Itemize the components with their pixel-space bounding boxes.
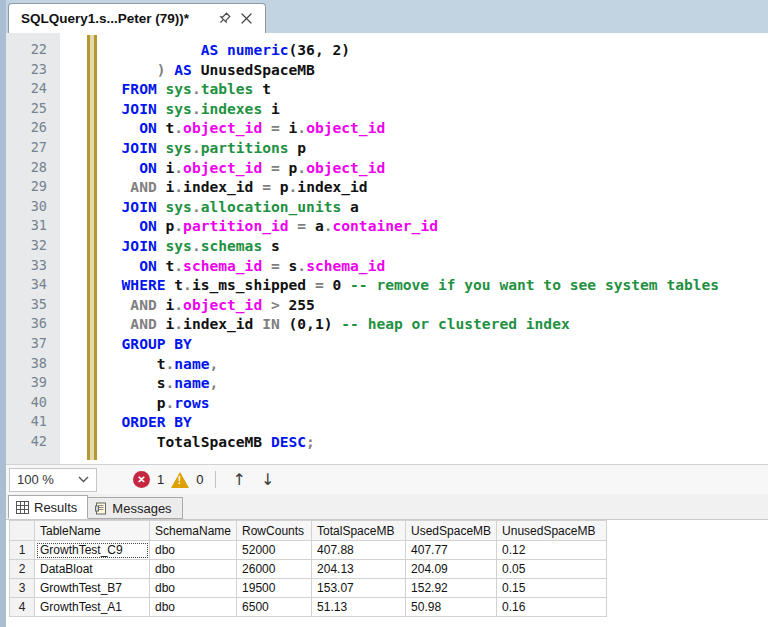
code-line: AND i.index_id = p.index_id <box>6 177 768 197</box>
grid-cell[interactable]: GrowthTest_C9 <box>35 541 150 560</box>
code-lines: AS numeric(36, 2) ) AS UnusedSpaceMB FRO… <box>6 33 768 451</box>
grid-column-header[interactable]: UnusedSpaceMB <box>497 521 607 541</box>
grid-column-header[interactable]: TotalSpaceMB <box>312 521 406 541</box>
editor-tab[interactable]: SQLQuery1.s...Peter (79))* <box>8 3 266 33</box>
results-pane-tabs: Results Messages <box>6 494 768 520</box>
health-indicator: ✕ 1 ! 0 ↑ ↓ <box>133 470 278 489</box>
grid-cell[interactable]: GrowthTest_B7 <box>35 579 150 598</box>
code-line: s.name, <box>6 373 768 393</box>
code-line: TotalSpaceMB DESC; <box>6 432 768 452</box>
table-row: 2DataBloatdbo26000204.13204.090.05 <box>10 560 607 579</box>
pin-icon[interactable] <box>213 8 235 30</box>
warning-glyph: ! <box>178 475 181 486</box>
code-line: t.name, <box>6 354 768 374</box>
grid-cell[interactable]: 407.88 <box>312 541 406 560</box>
previous-issue-button[interactable]: ↑ <box>228 470 249 489</box>
tab-results[interactable]: Results <box>8 495 88 519</box>
error-icon[interactable]: ✕ <box>133 471 150 488</box>
grid-row-header[interactable]: 2 <box>10 560 35 579</box>
code-line: AND i.object_id > 255 <box>6 295 768 315</box>
code-line: ON t.object_id = i.object_id <box>6 118 768 138</box>
code-line: AND i.index_id IN (0,1) -- heap or clust… <box>6 314 768 334</box>
grid-cell[interactable]: 153.07 <box>312 579 406 598</box>
grid-cell[interactable]: 0.16 <box>497 598 607 617</box>
grid-cell[interactable]: 19500 <box>237 579 312 598</box>
grid-cell[interactable]: dbo <box>150 560 237 579</box>
grid-cell[interactable]: GrowthTest_A1 <box>35 598 150 617</box>
tab-results-label: Results <box>34 500 77 515</box>
code-line: JOIN sys.allocation_units a <box>6 197 768 217</box>
code-line: ORDER BY <box>6 412 768 432</box>
grid-column-header[interactable]: SchemaName <box>150 521 237 541</box>
grid-column-header[interactable]: RowCounts <box>237 521 312 541</box>
next-issue-button[interactable]: ↓ <box>257 470 278 489</box>
document-tab-bar: SQLQuery1.s...Peter (79))* <box>6 0 768 33</box>
code-editor[interactable]: 2223242526272829303132333435363738394041… <box>6 33 768 464</box>
code-line: WHERE t.is_ms_shipped = 0 -- remove if y… <box>6 275 768 295</box>
zoom-value: 100 % <box>17 472 78 487</box>
results-grid: TableNameSchemaNameRowCountsTotalSpaceMB… <box>9 520 607 617</box>
grid-cell[interactable]: dbo <box>150 598 237 617</box>
code-line: ) AS UnusedSpaceMB <box>6 60 768 80</box>
grid-cell[interactable]: dbo <box>150 541 237 560</box>
code-line: JOIN sys.indexes i <box>6 99 768 119</box>
separator <box>215 471 216 488</box>
grid-row-header[interactable]: 3 <box>10 579 35 598</box>
tab-messages-label: Messages <box>112 501 171 516</box>
code-line: FROM sys.tables t <box>6 79 768 99</box>
warning-icon[interactable]: ! <box>171 472 189 488</box>
code-line: JOIN sys.partitions p <box>6 138 768 158</box>
code-line: ON p.partition_id = a.container_id <box>6 216 768 236</box>
table-row: 1GrowthTest_C9dbo52000407.88407.770.12 <box>10 541 607 560</box>
error-glyph: ✕ <box>137 474 145 485</box>
grid-cell[interactable]: dbo <box>150 579 237 598</box>
grid-cell[interactable]: 6500 <box>237 598 312 617</box>
warning-count: 0 <box>196 472 203 487</box>
editor-status-bar: 100 % ✕ 1 ! 0 ↑ ↓ <box>6 464 768 494</box>
code-line: ON t.schema_id = s.schema_id <box>6 256 768 276</box>
grid-column-header[interactable]: UsedSpaceMB <box>406 521 497 541</box>
messages-icon <box>95 502 107 515</box>
table-row: 3GrowthTest_B7dbo19500153.07152.920.15 <box>10 579 607 598</box>
grid-cell[interactable]: 152.92 <box>406 579 497 598</box>
grid-corner-cell[interactable] <box>10 521 35 541</box>
grid-cell[interactable]: 0.05 <box>497 560 607 579</box>
grid-cell[interactable]: 0.15 <box>497 579 607 598</box>
grid-row-header[interactable]: 1 <box>10 541 35 560</box>
code-line: GROUP BY <box>6 334 768 354</box>
grid-header-row: TableNameSchemaNameRowCountsTotalSpaceMB… <box>10 521 607 541</box>
grid-body: 1GrowthTest_C9dbo52000407.88407.770.122D… <box>10 541 607 617</box>
code-line: AS numeric(36, 2) <box>6 40 768 60</box>
grid-cell[interactable]: 407.77 <box>406 541 497 560</box>
grid-cell[interactable]: DataBloat <box>35 560 150 579</box>
grid-cell[interactable]: 26000 <box>237 560 312 579</box>
grid-column-header[interactable]: TableName <box>35 521 150 541</box>
grid-cell[interactable]: 204.09 <box>406 560 497 579</box>
results-grid-pane: TableNameSchemaNameRowCountsTotalSpaceMB… <box>6 520 768 627</box>
grid-cell[interactable]: 51.13 <box>312 598 406 617</box>
editor-tab-title: SQLQuery1.s...Peter (79))* <box>21 11 213 26</box>
grid-cell[interactable]: 50.98 <box>406 598 497 617</box>
grid-row-header[interactable]: 4 <box>10 598 35 617</box>
window-edge-strip <box>0 0 6 627</box>
error-count: 1 <box>157 472 164 487</box>
code-line: p.rows <box>6 393 768 413</box>
results-grid-icon <box>16 501 29 514</box>
close-icon[interactable] <box>235 8 257 30</box>
code-line: JOIN sys.schemas s <box>6 236 768 256</box>
table-row: 4GrowthTest_A1dbo650051.1350.980.16 <box>10 598 607 617</box>
zoom-dropdown[interactable]: 100 % <box>9 468 97 492</box>
code-line: ON i.object_id = p.object_id <box>6 158 768 178</box>
chevron-down-icon <box>78 476 89 483</box>
grid-cell[interactable]: 204.13 <box>312 560 406 579</box>
grid-cell[interactable]: 0.12 <box>497 541 607 560</box>
grid-cell[interactable]: 52000 <box>237 541 312 560</box>
tab-messages[interactable]: Messages <box>88 497 182 519</box>
